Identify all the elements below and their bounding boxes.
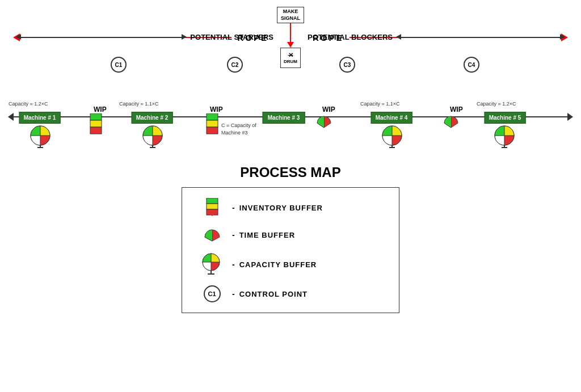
capacity-buffer-legend-icon [201, 252, 224, 276]
process-map-title: PROCESS MAP [240, 165, 340, 180]
make-signal-box: MAKE SIGNAL [277, 7, 304, 23]
legend-box: - INVENTORY BUFFER - TIME BUFFER [182, 187, 399, 313]
drum-box: ✕ DRUM [280, 48, 301, 68]
machine2-box: Machine # 2 [132, 112, 173, 124]
capacity-buffer-m2 [142, 125, 163, 149]
machine2-label: Machine # 2 [132, 112, 173, 124]
machine1-box: Machine # 1 [19, 112, 61, 124]
capacity-buffer-m1 [30, 125, 51, 149]
legend-control-symbol: C1 [196, 285, 228, 302]
capacity3-label: C = Capacity ofMachine #3 [221, 122, 256, 136]
wip2-label: WIP [210, 106, 223, 113]
svg-rect-0 [90, 113, 102, 120]
time-buffer-4 [443, 112, 460, 130]
legend-capacity-symbol [196, 252, 228, 276]
process-line-left-arrow [8, 113, 14, 121]
diagram-container: ROPE MAKE SIGNAL ✕ DRUM ROPE [0, 0, 581, 392]
blockers-left-arrowhead [396, 34, 401, 40]
blockers-right-arrowhead [560, 34, 565, 40]
inventory-buffer-2 [206, 113, 218, 135]
capacity4-label: Capacity = 1.1×C [360, 101, 400, 107]
machine4-box: Machine # 4 [371, 112, 412, 124]
legend-dash-time: - [232, 230, 235, 239]
red-arrowhead [287, 42, 294, 48]
drum-x-icon: ✕ [288, 52, 293, 59]
starvers-arrow-line [17, 37, 186, 38]
legend-dash-control: - [232, 289, 235, 298]
inventory-buffer-1 [90, 113, 102, 135]
legend-text-control: CONTROL POINT [239, 290, 308, 298]
starvers-blockers-bar: POTENTIAL STARVERS POTENTIAL BLOCKERS [17, 33, 564, 41]
time-buffer-legend-icon [203, 226, 221, 243]
capacity-buffer-m5 [494, 125, 515, 149]
legend-dash-inventory: - [232, 203, 235, 212]
capacity2-label: Capacity = 1.1×C [119, 101, 159, 107]
time-buffer-3 [315, 112, 332, 130]
machine4-label: Machine # 4 [371, 112, 412, 124]
control-point-c1: C1 [111, 57, 127, 73]
blockers-label: POTENTIAL BLOCKERS [308, 33, 393, 41]
control-point-c2: C2 [227, 57, 243, 73]
svg-rect-33 [207, 204, 218, 209]
wip1-label: WIP [94, 106, 107, 113]
blockers-arrow-line [397, 37, 564, 38]
svg-rect-1 [90, 120, 102, 127]
control-point-c3: C3 [339, 57, 355, 73]
legend-text-time: TIME BUFFER [239, 231, 295, 239]
legend-dash-capacity: - [232, 260, 235, 269]
machine1-label: Machine # 1 [19, 112, 61, 124]
svg-rect-32 [207, 198, 218, 204]
capacity1-label: Capacity = 1.2×C [9, 101, 48, 107]
machine3-label: Machine # 3 [263, 112, 305, 124]
svg-rect-4 [207, 113, 218, 120]
legend-item-control: C1 - CONTROL POINT [196, 285, 385, 302]
process-map-title-container: PROCESS MAP [0, 165, 581, 180]
legend-text-capacity: CAPACITY BUFFER [239, 260, 317, 269]
legend-item-time: - TIME BUFFER [196, 226, 385, 243]
starvers-section: POTENTIAL STARVERS [17, 33, 273, 41]
inventory-buffer-legend-icon [206, 198, 218, 217]
machine3-box: Machine # 3 [263, 112, 305, 124]
machine5-box: Machine # 5 [485, 112, 526, 124]
starvers-right-arrowhead [182, 34, 187, 40]
starvers-label: POTENTIAL STARVERS [190, 33, 273, 41]
legend-time-symbol [196, 226, 228, 243]
blockers-section: POTENTIAL BLOCKERS [308, 33, 564, 41]
control-point-legend-icon: C1 [204, 285, 221, 302]
legend-item-inventory: - INVENTORY BUFFER [196, 198, 385, 217]
control-point-c4: C4 [464, 57, 479, 73]
drum-label: DRUM [284, 59, 297, 64]
legend-inventory-symbol [196, 198, 228, 217]
process-line-right-arrow [567, 113, 573, 121]
legend-text-inventory: INVENTORY BUFFER [239, 204, 323, 212]
machine5-label: Machine # 5 [485, 112, 526, 124]
svg-rect-5 [207, 120, 218, 127]
capacity5-label: Capacity = 1.2×C [477, 101, 516, 107]
starvers-left-arrowhead [16, 34, 21, 40]
legend-item-capacity: - CAPACITY BUFFER [196, 252, 385, 276]
capacity-buffer-m4 [381, 125, 403, 149]
